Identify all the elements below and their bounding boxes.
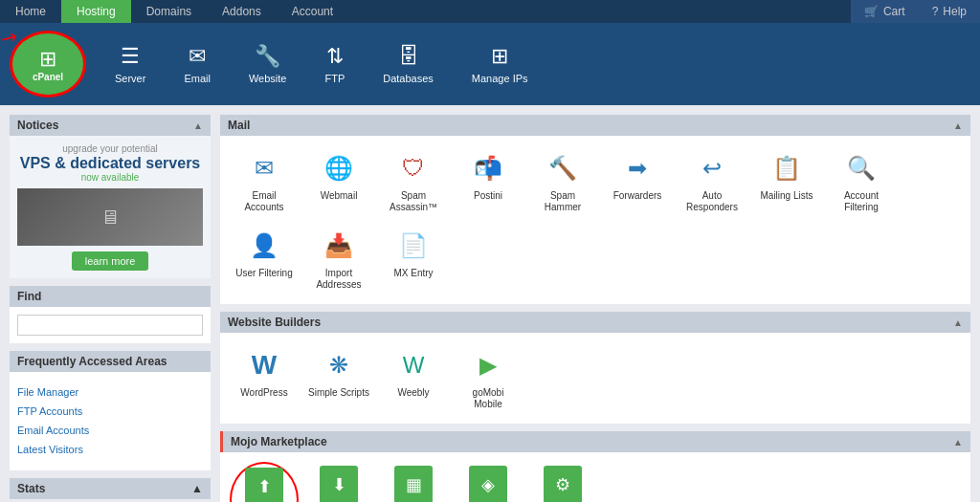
- freq-links: File Manager FTP Accounts Email Accounts…: [17, 380, 203, 463]
- gomobi-label: goMobi Mobile: [457, 387, 519, 410]
- cart-button[interactable]: 🛒 Cart: [851, 0, 919, 23]
- import-addresses-label: Import Addresses: [308, 268, 369, 291]
- databases-icon: 🗄: [398, 44, 419, 69]
- nav-ftp[interactable]: ⇅ FTP: [305, 44, 364, 84]
- wordpress-icon: W: [245, 346, 283, 384]
- wb-item-weebly[interactable]: W Weebly: [379, 342, 448, 414]
- mail-item-postini[interactable]: 📬 Postini: [454, 145, 523, 217]
- email-icon: ✉: [189, 44, 206, 69]
- cpanel-logo[interactable]: ↗ ⊞ cPanel: [10, 31, 86, 98]
- email-accounts-label: Email Accounts: [234, 190, 295, 213]
- mojo-header: Mojo Marketplace ▲: [220, 431, 970, 452]
- nav-hosting[interactable]: Hosting: [61, 0, 131, 23]
- stats-section: Stats ▲: [10, 478, 211, 499]
- ftp-label: FTP: [324, 73, 345, 84]
- spam-hammer-label: Spam Hammer: [532, 190, 593, 213]
- top-nav: Home Hosting Domains Addons Account 🛒 Ca…: [0, 0, 980, 23]
- list-item: Latest Visitors: [17, 441, 203, 460]
- account-filtering-icon: 🔍: [842, 149, 880, 187]
- plugins-green-icon: ⚙: [544, 466, 582, 502]
- mojo-collapse-icon[interactable]: ▲: [953, 437, 963, 447]
- import-addresses-icon: 📥: [320, 227, 358, 265]
- wb-item-simple-scripts[interactable]: ❋ Simple Scripts: [304, 342, 373, 414]
- stats-collapse-icon[interactable]: ▲: [191, 482, 203, 495]
- manage-ips-icon: ⊞: [491, 44, 508, 69]
- nav-email[interactable]: ✉ Email: [165, 44, 230, 84]
- mojo-body: ⬆ One-Click Installs ⬇ My Installs ▦ The…: [220, 452, 970, 502]
- cpanel-grid-icon: ⊞: [39, 47, 56, 72]
- mojo-item-one-click[interactable]: ⬆ One-Click Installs: [230, 462, 299, 502]
- find-section: Find: [10, 286, 211, 343]
- ftp-icon: ⇅: [326, 44, 344, 69]
- nav-databases[interactable]: 🗄 Databases: [364, 44, 453, 84]
- auto-responders-icon: ↩: [693, 149, 731, 187]
- top-nav-right: 🛒 Cart ? Help: [851, 0, 980, 23]
- manage-ips-label: Manage IPs: [472, 73, 528, 84]
- auto-responders-label: Auto Responders: [681, 190, 743, 213]
- mail-item-webmail[interactable]: 🌐 Webmail: [304, 145, 373, 217]
- themes-icon: ▦: [394, 466, 433, 502]
- databases-label: Databases: [383, 73, 434, 84]
- webmail-label: Webmail: [321, 190, 358, 202]
- mail-collapse-icon[interactable]: ▲: [953, 120, 963, 131]
- mail-header: Mail ▲: [220, 115, 970, 136]
- freq-header: Frequently Accessed Areas: [10, 351, 211, 372]
- one-click-icon: ⬆: [245, 468, 283, 502]
- promo-image: 🖥: [17, 188, 203, 246]
- mojo-item-themes[interactable]: ▦ Themes & Templates: [379, 462, 448, 502]
- postini-label: Postini: [474, 190, 502, 202]
- one-click-green-icon: ⬆: [245, 468, 283, 502]
- plugins-icon: ⚙: [544, 466, 582, 502]
- wb-item-gomobi[interactable]: ▶ goMobi Mobile: [454, 342, 523, 414]
- mail-item-spam-assassin[interactable]: 🛡 Spam Assassin™: [379, 145, 448, 217]
- mail-item-mailing-lists[interactable]: 📋 Mailing Lists: [752, 145, 821, 217]
- nav-domains[interactable]: Domains: [131, 0, 207, 23]
- mail-section: Mail ▲ ✉ Email Accounts 🌐 Webmail 🛡 Spam…: [220, 115, 970, 304]
- mail-item-account-filtering[interactable]: 🔍 Account Filtering: [827, 145, 896, 217]
- nav-home[interactable]: Home: [0, 0, 61, 23]
- nav-manage-ips[interactable]: ⊞ Manage IPs: [453, 44, 547, 84]
- wordpress-label: WordPress: [240, 387, 287, 399]
- wb-item-wordpress[interactable]: W WordPress: [230, 342, 299, 414]
- freq-link-latest-visitors[interactable]: Latest Visitors: [17, 444, 83, 455]
- mojo-section: Mojo Marketplace ▲ ⬆ One-Click Installs …: [220, 431, 970, 502]
- themes-green-icon: ▦: [394, 466, 433, 502]
- mail-item-user-filtering[interactable]: 👤 User Filtering: [230, 223, 299, 295]
- freq-link-ftp-accounts[interactable]: FTP Accounts: [17, 405, 82, 417]
- mail-item-import-addresses[interactable]: 📥 Import Addresses: [304, 223, 373, 295]
- find-input[interactable]: [17, 315, 203, 336]
- gomobi-icon: ▶: [469, 346, 507, 384]
- weebly-label: Weebly: [397, 387, 429, 399]
- freq-link-email-accounts[interactable]: Email Accounts: [17, 425, 89, 436]
- help-button[interactable]: ? Help: [919, 0, 980, 23]
- mail-item-auto-responders[interactable]: ↩ Auto Responders: [678, 145, 746, 217]
- arrow-indicator: ↗: [0, 23, 22, 51]
- mail-body: ✉ Email Accounts 🌐 Webmail 🛡 Spam Assass…: [220, 136, 970, 304]
- server-icon: ☰: [121, 44, 140, 69]
- spam-assassin-label: Spam Assassin™: [383, 190, 444, 213]
- mailing-lists-label: Mailing Lists: [760, 190, 813, 202]
- nav-account[interactable]: Account: [277, 0, 348, 23]
- find-header: Find: [10, 286, 211, 307]
- nav-website[interactable]: 🔧 Website: [230, 44, 306, 84]
- mojo-item-my-installs[interactable]: ⬇ My Installs: [304, 462, 373, 502]
- promo-box: upgrade your potential VPS & dedicated s…: [10, 136, 211, 278]
- postini-icon: 📬: [469, 149, 507, 187]
- mojo-item-plugins[interactable]: ⚙ Plugins & Extensions: [528, 462, 597, 502]
- forwarders-label: Forwarders: [613, 190, 662, 202]
- cpanel-label: cPanel: [33, 72, 63, 82]
- mojo-item-logos[interactable]: ◈ Logos & Graphics: [454, 462, 523, 502]
- notices-collapse-icon[interactable]: ▲: [193, 120, 203, 131]
- freq-link-file-manager[interactable]: File Manager: [17, 386, 78, 398]
- mail-item-spam-hammer[interactable]: 🔨 Spam Hammer: [528, 145, 597, 217]
- icon-nav: ↗ ⊞ cPanel ☰ Server ✉ Email 🔧 Website ⇅ …: [0, 23, 980, 105]
- nav-server[interactable]: ☰ Server: [96, 44, 165, 84]
- mail-item-forwarders[interactable]: ➡ Forwarders: [603, 145, 672, 217]
- website-builders-header: Website Builders ▲: [220, 312, 970, 333]
- freq-section: Frequently Accessed Areas File Manager F…: [10, 351, 211, 470]
- website-builders-collapse-icon[interactable]: ▲: [953, 317, 963, 328]
- nav-addons[interactable]: Addons: [207, 0, 277, 23]
- learn-more-button[interactable]: learn more: [72, 251, 149, 271]
- mail-item-mx-entry[interactable]: 📄 MX Entry: [379, 223, 448, 295]
- mail-item-email-accounts[interactable]: ✉ Email Accounts: [230, 145, 299, 217]
